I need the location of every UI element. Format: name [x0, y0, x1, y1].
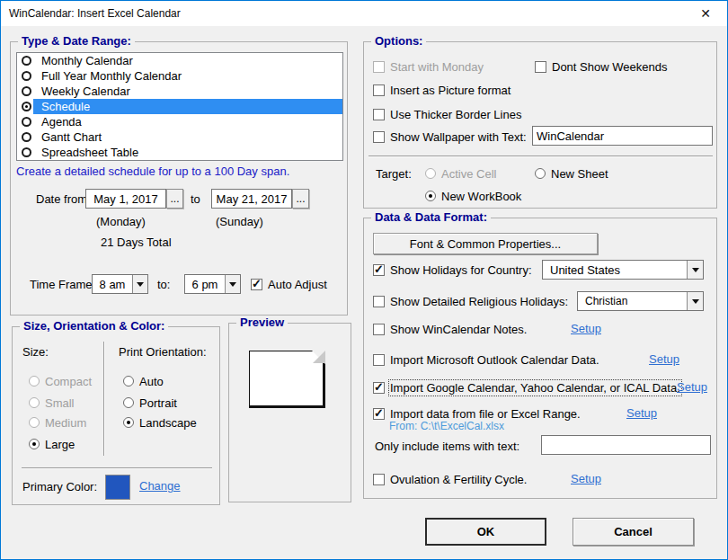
show-holidays-checkbox[interactable]: Show Holidays for Country:: [373, 262, 532, 278]
radio-icon: [29, 376, 40, 387]
list-item-full-year[interactable]: Full Year Monthly Calendar: [17, 68, 342, 84]
radio-icon[interactable]: [123, 397, 134, 408]
time-to-dropdown[interactable]: 6 pm: [184, 274, 241, 294]
chevron-down-icon[interactable]: [687, 261, 703, 279]
preview-group: Preview: [228, 323, 351, 502]
orientation-option-portrait[interactable]: Portrait: [123, 395, 177, 411]
window-title: WinCalendar: Insert Excel Calendar: [9, 1, 181, 26]
radio-icon: [22, 86, 31, 96]
file-from-path: From: C:\t\ExcelCal.xlsx: [389, 420, 504, 432]
radio-selected-icon: [22, 102, 31, 111]
outlook-setup-link[interactable]: Setup: [649, 352, 679, 366]
list-item-agenda[interactable]: Agenda: [17, 114, 342, 129]
radio-icon: [22, 117, 31, 127]
date-from-browse-button[interactable]: ...: [166, 189, 183, 209]
notes-setup-link[interactable]: Setup: [571, 322, 601, 335]
list-item-schedule[interactable]: Schedule: [17, 99, 342, 114]
checkbox-icon[interactable]: [373, 131, 385, 143]
radio-icon: [29, 397, 40, 408]
to-weekday-label: (Sunday): [216, 213, 263, 229]
preview-title: Preview: [236, 316, 288, 329]
checkbox-icon[interactable]: [373, 474, 385, 485]
date-to-connector: to: [191, 191, 200, 207]
radio-icon[interactable]: [123, 376, 134, 387]
wallpaper-checkbox[interactable]: Show Wallpaper with Text:: [373, 129, 527, 145]
list-item-weekly[interactable]: Weekly Calendar: [17, 84, 342, 99]
checkbox-checked-icon[interactable]: [373, 408, 385, 420]
dont-show-weekends-checkbox[interactable]: Dont Show Weekends: [535, 58, 667, 75]
date-to-field[interactable]: May 21, 2017 ...: [211, 189, 309, 209]
time-to-label: to:: [157, 276, 170, 292]
insert-as-picture-checkbox[interactable]: Insert as Picture format: [373, 82, 510, 98]
religious-dropdown[interactable]: Christian: [577, 291, 704, 311]
google-setup-link[interactable]: Setup: [677, 380, 707, 394]
time-from-dropdown[interactable]: 8 am: [92, 274, 148, 294]
checkbox-icon[interactable]: [535, 61, 546, 73]
target-new-sheet-radio[interactable]: New Sheet: [535, 165, 608, 182]
radio-selected-icon[interactable]: [425, 191, 436, 201]
primary-color-swatch[interactable]: [105, 475, 130, 500]
size-option-large[interactable]: Large: [29, 436, 75, 452]
checkbox-icon[interactable]: [373, 324, 385, 335]
religious-holidays-checkbox[interactable]: Show Detailed Religious Holidays:: [373, 293, 568, 309]
target-new-workbook-radio[interactable]: New WorkBook: [425, 188, 521, 204]
cancel-button[interactable]: Cancel: [573, 518, 694, 546]
checkbox-checked-icon[interactable]: [373, 382, 385, 394]
ovulation-setup-link[interactable]: Setup: [571, 472, 601, 485]
ok-button[interactable]: OK: [425, 518, 546, 546]
date-to-browse-button[interactable]: ...: [292, 189, 309, 209]
size-option-compact: Compact: [29, 373, 92, 389]
ovulation-checkbox[interactable]: Ovulation & Fertility Cycle.: [373, 471, 527, 487]
only-include-input[interactable]: [541, 435, 711, 455]
checkbox-checked-icon[interactable]: [373, 264, 385, 276]
radio-selected-icon[interactable]: [123, 417, 134, 428]
orientation-option-landscape[interactable]: Landscape: [123, 414, 197, 431]
options-group: Options: Start with Monday Dont Show Wee…: [363, 41, 717, 209]
radio-selected-icon[interactable]: [29, 439, 40, 449]
from-weekday-label: (Monday): [96, 213, 146, 229]
calendar-type-list[interactable]: Monthly Calendar Full Year Monthly Calen…: [16, 52, 343, 161]
checkbox-checked-icon[interactable]: [251, 279, 262, 290]
checkbox-icon[interactable]: [373, 296, 385, 307]
holidays-country-dropdown[interactable]: United States: [542, 260, 704, 280]
wallpaper-text-input[interactable]: [532, 126, 713, 146]
date-from-value[interactable]: May 1, 2017: [85, 189, 166, 209]
data-format-title: Data & Data Format:: [371, 210, 491, 224]
change-color-link[interactable]: Change: [139, 479, 181, 493]
options-title: Options:: [371, 34, 426, 48]
size-orientation-color-group: Size, Orientation & Color: Size: Print O…: [12, 326, 220, 505]
file-setup-link[interactable]: Setup: [626, 406, 657, 420]
chevron-down-icon[interactable]: [687, 292, 703, 310]
list-item-monthly[interactable]: Monthly Calendar: [17, 53, 342, 68]
chevron-down-icon[interactable]: [132, 275, 147, 293]
checkbox-icon[interactable]: [373, 354, 385, 366]
list-item-gantt[interactable]: Gantt Chart: [17, 129, 342, 145]
orientation-option-auto[interactable]: Auto: [123, 373, 164, 389]
close-icon[interactable]: ✕: [693, 4, 718, 23]
radio-icon[interactable]: [535, 168, 546, 179]
wincalendar-dialog: WinCalendar: Insert Excel Calendar ✕ Typ…: [0, 0, 728, 560]
schedule-hint-text: Create a detailed schedule for up to a 1…: [16, 164, 289, 178]
google-import-checkbox[interactable]: Import Google Calendar, Yahoo Calendar, …: [373, 379, 680, 396]
wincalendar-notes-checkbox[interactable]: Show WinCalendar Notes.: [373, 321, 527, 337]
checkbox-icon[interactable]: [373, 84, 385, 96]
outlook-import-checkbox[interactable]: Import Microsoft Outlook Calendar Data.: [373, 351, 599, 368]
target-label: Target:: [376, 165, 412, 182]
title-bar[interactable]: WinCalendar: Insert Excel Calendar ✕: [1, 1, 727, 26]
radio-icon: [22, 147, 31, 157]
dialog-body: Type & Date Range: Monthly Calendar Full…: [1, 26, 727, 559]
radio-icon: [22, 71, 31, 81]
checkbox-icon: [373, 61, 385, 73]
size-group-title: Size, Orientation & Color:: [20, 319, 168, 333]
thicker-border-checkbox[interactable]: Use Thicker Border Lines: [373, 106, 521, 122]
size-option-small: Small: [29, 395, 75, 411]
auto-adjust-checkbox[interactable]: Auto Adjust: [251, 276, 327, 292]
list-item-spreadsheet[interactable]: Spreadsheet Table: [17, 145, 342, 160]
size-option-medium: Medium: [29, 414, 86, 431]
date-from-field[interactable]: May 1, 2017 ...: [85, 189, 183, 209]
font-properties-button[interactable]: Font & Common Properties...: [373, 233, 598, 254]
date-to-value[interactable]: May 21, 2017: [211, 189, 292, 209]
chevron-down-icon[interactable]: [225, 275, 240, 293]
date-from-label: Date from:: [36, 191, 91, 207]
checkbox-icon[interactable]: [373, 109, 385, 120]
